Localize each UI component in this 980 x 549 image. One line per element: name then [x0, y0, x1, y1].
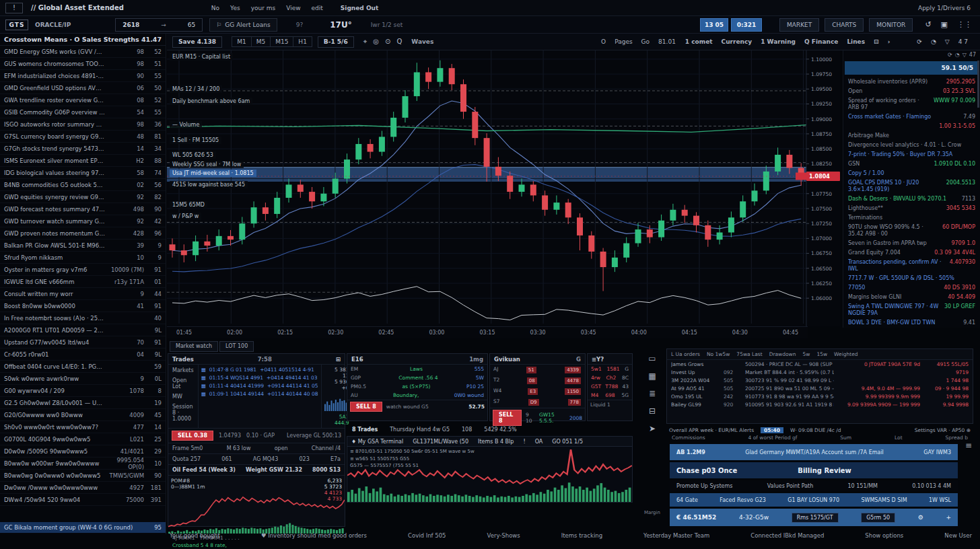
feed-row[interactable]: Copy 5 / 1.00	[843, 169, 980, 178]
feed-row[interactable]: GOAL CPS DRMS 10 · JU20 3.6×1.45 (919) 2…	[843, 178, 980, 194]
panel-tab[interactable]: 1 comet	[685, 38, 713, 45]
status-item[interactable]: New User	[944, 532, 972, 539]
status-item[interactable]: Yesterday Master Team	[643, 532, 709, 539]
toolbar-button[interactable]: MARKET	[779, 18, 819, 32]
panel-tab[interactable]: 1 Warning	[761, 38, 796, 45]
strategy-item[interactable]: Items B 4 Blp	[478, 439, 514, 445]
strip-icon[interactable]: ➤	[648, 424, 656, 433]
account-row-4[interactable]: 64 Gate Faced Resvo G23 G1 BAY LOSUN 970…	[670, 493, 958, 507]
feed-row[interactable]: 7-print · Trading 50% · Buyer DR 7.35A	[843, 150, 980, 159]
watchlist-row[interactable]: EFM industrialized choices 4891-4901 90 …	[0, 70, 166, 82]
dom-sell-button[interactable]: SELL 8	[350, 402, 382, 412]
watchlist-row[interactable]: Balkan PR Glow AWSL 501-E M96 5202 39 9	[0, 240, 166, 252]
feed-row[interactable]: Margins below GLNI 40 54.409	[843, 293, 980, 302]
mini-toolbar-item[interactable]: Pages	[615, 38, 632, 45]
watchlist-row[interactable]: Oyster in matters gray v7m6 10009 (7M) 9…	[0, 264, 166, 276]
waves-label[interactable]: Waves	[411, 38, 433, 45]
feed-row[interactable]: Seven in Gastro im APRA twp 9709 1.0	[843, 239, 980, 248]
watchlist-row[interactable]: A2000G0 RT1 UT01 AD0059 — 2010Q4 9L	[0, 324, 166, 336]
chart-tool-icon[interactable]: ◎	[373, 38, 379, 46]
feed-row[interactable]: Wholesale inventories (APR9) 2905.2905	[843, 77, 980, 87]
feed-row[interactable]: Cross market Gates · Flamingo 7.49	[843, 112, 980, 122]
strategy-item[interactable]: GO 051 1/5	[552, 439, 583, 445]
positions-column-header[interactable]: L Ua orders	[671, 351, 700, 357]
toolbar-icon[interactable]: ↺	[925, 20, 931, 29]
main-chart[interactable]: 1.060001.062501.065001.067501.070001.072…	[167, 50, 840, 326]
toolbar-button[interactable]: CHARTS	[825, 18, 864, 32]
mini-toolbar-item[interactable]: 81.01	[658, 38, 676, 45]
news-feed-panel[interactable]: ⟳◔▽47 59.1 50/5 Wholesale inventories (A…	[843, 50, 980, 328]
panel-tab[interactable]: ⊟	[874, 38, 879, 45]
feed-row[interactable]: Swing A TWL DWINGWE 797 · 4W NGDIE 79A 3…	[843, 302, 980, 318]
depth-row[interactable]: S7 D9 778	[490, 397, 585, 408]
order-line[interactable]: ▦ 01:47·8 G 01 1981 +0411 4051514 4-91	[201, 367, 318, 373]
chart-tab[interactable]: LOT 100	[219, 341, 254, 352]
buy-button[interactable]: 0:321	[731, 18, 762, 32]
watchlist-row[interactable]: D0w0w /5009G 90ww0www5 41/4021 29	[0, 445, 166, 458]
watchlist-row[interactable]: G20/G0wwww ww0 B0www 4009 45	[0, 409, 166, 421]
dom-row[interactable]: G0P Comment .56 4 5W	[347, 373, 487, 382]
feed-row[interactable]: 77050 40 DS 3910	[843, 283, 980, 293]
strip-icon[interactable]: ⊟	[648, 406, 656, 416]
account-row-2[interactable]: Chase p03 Once Billing Review	[670, 462, 958, 478]
watchlist-row[interactable]: GMD Greenfield USD options AVR2 450Z 06 …	[0, 82, 166, 94]
menu-item[interactable]: No	[211, 5, 219, 11]
feed-row[interactable]: Lighthouse** 3045 5343	[843, 204, 980, 213]
price-field[interactable]: 1.04793	[219, 433, 241, 439]
status-item[interactable]: Items tracking	[561, 532, 602, 539]
panel-icon[interactable]: 4 7	[958, 38, 968, 45]
status-item[interactable]: Show options	[865, 532, 903, 539]
panel-icon[interactable]: ◔	[931, 38, 936, 45]
expand-icon[interactable]: ⊞	[336, 356, 341, 363]
watchlist-row[interactable]: GUS womens chromosomes TOOL INIL 98 51	[0, 58, 166, 70]
watchlist-row[interactable]: GSIB Commodity G06P overview 946A G516 5…	[0, 106, 166, 118]
timeframe-button[interactable]: M1	[232, 37, 252, 46]
watchlist-row[interactable]: G0700L 40G904 9ww0w0ww5 L021 25	[0, 433, 166, 445]
menu-item[interactable]: View	[286, 5, 300, 11]
feed-row[interactable]: Grand Equity 7.004 0.3 09 34 4V4L	[843, 248, 980, 258]
watchlist-row[interactable]: Dw0ww /0www w0w0www0www 4927 181	[0, 482, 166, 494]
watchlist-row[interactable]: B4NB commodities G5 outlook 5004 4556 02…	[0, 179, 166, 191]
timeframe-button[interactable]: M5	[252, 37, 271, 46]
position-row[interactable]: 3M 2022A W04 505 300723 91 % 99 02 41 98…	[667, 376, 973, 384]
feed-row[interactable]: BOWL 3 DYE · BMY-GW LTD TWN 9.41	[843, 318, 980, 328]
order-line[interactable]: ▦ 01:09·1 10414 49144 +0114 40144 40 08	[201, 391, 318, 397]
panel-icon[interactable]: ▽	[945, 38, 950, 45]
mid-chart[interactable]: ≡ 8701/03-51 175050 50 5w6r 05-51 5M wav…	[347, 446, 633, 503]
positions-column-header[interactable]: 5w	[802, 351, 810, 357]
watchlist-row[interactable]: B0ww0wg 0w0www0 w0w0www5 TMW5/GWM 90	[0, 470, 166, 482]
account-row-3[interactable]: Promote Up Systems Values Point Path 10 …	[670, 480, 958, 491]
watchlist-row[interactable]: GWD forecast notes summary 4722A 459E 49…	[0, 203, 166, 215]
watchlist-row[interactable]: Consult written my worr 9 44	[0, 288, 166, 300]
toolbar-icon[interactable]: ▣	[941, 20, 948, 29]
watchlist-row[interactable]: IGWUE ltd GNE v666mm r13y 171A 01	[0, 276, 166, 288]
watchlist-row[interactable]: Upstand G77/wv0045 ltd/wu4 70 91	[0, 336, 166, 349]
watchlist-row[interactable]: Cr-6055 r0rw01 04 9L	[0, 349, 166, 361]
timeframe-button[interactable]: M15	[271, 37, 293, 46]
hamburger-icon[interactable]: ≡	[965, 441, 972, 450]
watchlist-row[interactable]: IDG biological values steering 97LL 4594…	[0, 167, 166, 179]
feed-header[interactable]: 59.1 50/5	[845, 61, 979, 75]
feed-scrollbar[interactable]	[977, 61, 979, 108]
inset-field[interactable]: Rms 1575/GT	[792, 513, 839, 523]
watchlist-row[interactable]: Offbeat 0404 curve L4/E0: 1. PG94 G8kul …	[0, 361, 166, 373]
watchlist-row[interactable]: Sh0v0 www0w0rt www0w0ww7? 477 14	[0, 421, 166, 433]
watchlist-row[interactable]: G00 wywrwv04 / 209 1078 8	[0, 385, 166, 397]
watchlist-row[interactable]: G7SL currency board synergy G9A4 5449 48…	[0, 131, 166, 143]
mini-toolbar-item[interactable]: O	[601, 38, 606, 45]
position-row[interactable]: At 99 AO5 41 505 200725 91 890 wa 51 00 …	[667, 384, 973, 392]
session-status[interactable]: Signed Out	[341, 5, 378, 11]
feed-row[interactable]: 7717.7 W · GPL 550UP & /9 DSL · 505%	[843, 274, 980, 283]
feed-row[interactable]: 90TU show WSO 909% 4.5 · 35.42 A98 · 00 …	[843, 223, 980, 239]
positions-column-header[interactable]: No 1w5w	[707, 351, 730, 357]
status-item[interactable]: Your good bought	[170, 532, 220, 539]
menu-item[interactable]: edit	[312, 5, 323, 11]
watchlist-row[interactable]: Boost 8n0ww b0ww0000 41 91	[0, 300, 166, 312]
strategy-item[interactable]: !	[523, 439, 525, 445]
inset-field[interactable]: G5rm 50	[861, 513, 895, 523]
menu-item[interactable]: Yes	[230, 5, 240, 11]
position-row[interactable]: Omo 195 UL 242 910773 91 8 98 wa 91 99 A…	[667, 392, 973, 400]
watchlist-header[interactable]: Crosstown Means · O Sales Strengths 41.4…	[0, 34, 166, 46]
position-row[interactable]: Invest Up 092 Market BT 884.4 int · 5.95…	[667, 368, 973, 376]
strip-icon[interactable]: ▭	[648, 354, 656, 363]
